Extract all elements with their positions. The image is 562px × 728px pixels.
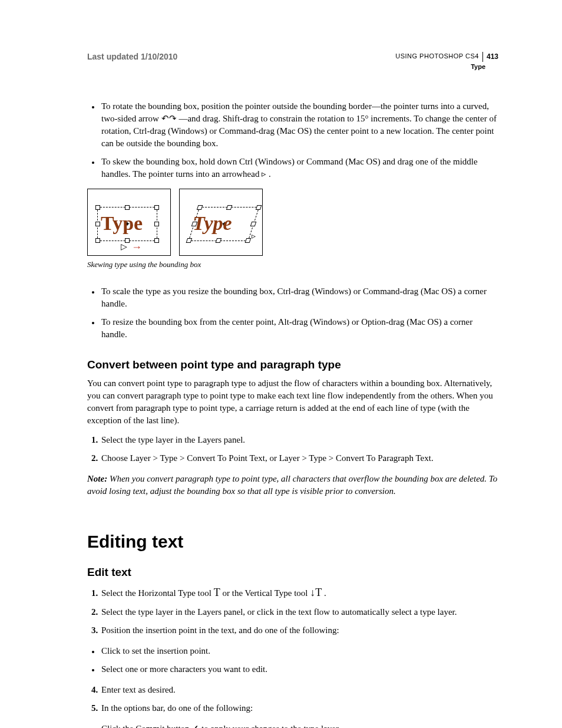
sub-bullets-step3: Click to set the insertion point. Select… (87, 645, 498, 676)
header-right-block: USING PHOTOSHOP CS4413 Type (395, 52, 498, 72)
body-text: Select the type layer in the Layers pane… (101, 607, 457, 617)
list-item: Select the Horizontal Type tool T or the… (100, 585, 498, 600)
body-text: Click to set the insertion point. (101, 646, 210, 655)
page-header: Last updated 1/10/2010 USING PHOTOSHOP C… (87, 52, 498, 72)
body-text: To resize the bounding box from the cent… (101, 317, 472, 339)
commit-check-icon: ✓ (191, 724, 201, 728)
body-text: Select the type layer in the Layers pane… (101, 435, 245, 444)
chapter-name: Type (395, 62, 498, 71)
page-number: 413 (482, 52, 498, 62)
note-label: Note: (87, 474, 107, 483)
list-item: Choose Layer > Type > Convert To Point T… (100, 452, 498, 465)
body-text: to apply your changes to the type layer. (201, 724, 340, 728)
list-item: Select the type layer in the Layers pane… (100, 434, 498, 446)
figure-before: ✦ Type ▷ → (87, 189, 171, 256)
body-text: . (322, 588, 326, 598)
list-item: Position the insertion point in the text… (100, 624, 498, 637)
product-name: USING PHOTOSHOP CS4 (395, 52, 482, 61)
list-item: To resize the bounding box from the cent… (100, 316, 498, 341)
note-body: When you convert paragraph type to point… (87, 474, 497, 496)
horizontal-type-tool-icon: T (214, 587, 220, 598)
sub-bullets-step5: Click the Commit button ✓ to apply your … (87, 723, 498, 728)
body-text: To rotate the bounding box, position the… (101, 101, 497, 148)
figure-caption: Skewing type using the bounding box (87, 259, 498, 270)
body-text: To skew the bounding box, hold down Ctrl… (101, 157, 478, 179)
steps-convert: Select the type layer in the Layers pane… (87, 434, 498, 465)
steps-edit-text: Select the Horizontal Type tool T or the… (87, 585, 498, 637)
list-item: Enter text as desired. (100, 684, 498, 696)
list-item: To skew the bounding box, hold down Ctrl… (100, 156, 498, 180)
list-item: To scale the type as you resize the boun… (100, 285, 498, 310)
list-item: Click the Commit button ✓ to apply your … (100, 723, 498, 728)
subheading-edit-text: Edit text (87, 565, 498, 581)
figure-text: Type (101, 209, 143, 238)
body-text: Enter text as desired. (101, 685, 176, 694)
body-text: Select one or more characters you want t… (101, 664, 267, 674)
note: Note: When you convert paragraph type to… (87, 473, 498, 498)
list-item: In the options bar, do one of the follow… (100, 702, 498, 714)
last-updated-label: Last updated 1/10/2010 (87, 52, 177, 61)
figure-text: Type (193, 209, 232, 238)
page-content: To rotate the bounding box, position the… (87, 100, 498, 728)
body-text: You can convert point type to paragraph … (87, 377, 498, 427)
body-text: Position the insertion point in the text… (101, 625, 339, 635)
body-text: Choose Layer > Type > Convert To Point T… (101, 453, 434, 463)
figure-skew-type: ✦ Type ▷ → ✦ Type ▹ (87, 189, 498, 256)
bullet-list-rotate-skew: To rotate the bounding box, position the… (87, 100, 498, 180)
vertical-type-tool-icon: ↓T (310, 587, 322, 598)
subheading-convert: Convert between point type and paragraph… (87, 357, 498, 373)
steps-edit-text-cont: Enter text as desired. In the options ba… (87, 684, 498, 714)
body-text: Click the Commit button (101, 724, 191, 728)
list-item: Click to set the insertion point. (100, 645, 498, 657)
body-text: To scale the type as you resize the boun… (101, 286, 487, 308)
bullet-list-scale-resize: To scale the type as you resize the boun… (87, 285, 498, 341)
list-item: Select one or more characters you want t… (100, 663, 498, 676)
body-text: In the options bar, do one of the follow… (101, 703, 253, 713)
section-heading-editing-text: Editing text (87, 529, 498, 554)
figure-after: ✦ Type ▹ (179, 189, 263, 256)
list-item: Select the type layer in the Layers pane… (100, 606, 498, 618)
list-item: To rotate the bounding box, position the… (100, 100, 498, 150)
body-text: Select the Horizontal Type tool (101, 588, 214, 598)
body-text: or the Vertical Type tool (220, 588, 310, 598)
